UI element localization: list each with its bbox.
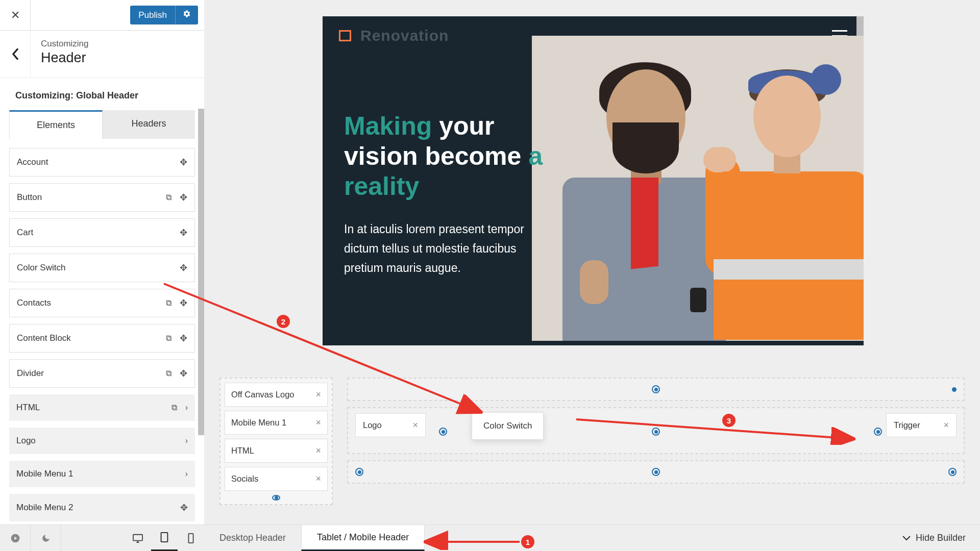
- row-col-dot[interactable]: [874, 428, 882, 436]
- element-label: Button: [17, 192, 42, 203]
- element-label: Mobile Menu 1: [16, 469, 74, 479]
- preview-hero-image: [532, 36, 864, 341]
- annotation-badge-1: 1: [521, 535, 534, 548]
- row-col-dot[interactable]: [355, 468, 363, 476]
- header-suptitle: Customizing: [41, 39, 89, 49]
- element-label: HTML: [16, 403, 40, 413]
- move-icon[interactable]: ✥: [180, 157, 187, 168]
- element-label: Cart: [17, 228, 33, 238]
- row-settings-dot[interactable]: [652, 385, 660, 393]
- svg-rect-2: [161, 533, 168, 542]
- annotation-badge-2: 2: [277, 315, 290, 328]
- tab-tablet-mobile-header[interactable]: Tablet / Mobile Header: [301, 525, 425, 551]
- sidebar-header: Customizing Header: [0, 31, 204, 78]
- close-icon[interactable]: ×: [943, 420, 949, 431]
- headline-part: become: [425, 142, 521, 170]
- tab-headers[interactable]: Headers: [103, 110, 195, 139]
- chip-trigger[interactable]: Trigger×: [886, 413, 957, 437]
- annotation-arrow-2: [160, 280, 492, 428]
- annotation-arrow-3: [573, 414, 859, 445]
- element-color-switch[interactable]: Color Switch✥: [9, 254, 195, 282]
- row-col-dot[interactable]: [439, 428, 447, 436]
- preview-brand: Renovation: [360, 27, 449, 44]
- element-label: Content Block: [17, 333, 71, 343]
- chevron-down-icon: [902, 536, 911, 541]
- chevron-right-icon: ›: [185, 469, 188, 479]
- close-icon[interactable]: ×: [315, 445, 321, 456]
- back-button[interactable]: [0, 31, 31, 78]
- element-cart[interactable]: Cart✥: [9, 218, 195, 247]
- preview-logo-icon: [339, 30, 351, 41]
- element-account[interactable]: Account✥: [9, 148, 195, 177]
- preview-headline: Making your vision become a reality: [344, 111, 558, 202]
- element-label: Divider: [17, 368, 44, 379]
- svg-rect-1: [133, 534, 142, 540]
- element-label: Account: [17, 157, 48, 167]
- hide-builder-button[interactable]: Hide Builder: [888, 533, 980, 543]
- close-icon[interactable]: ×: [315, 473, 321, 484]
- element-label: Logo: [16, 436, 36, 446]
- device-desktop-icon[interactable]: [125, 525, 151, 551]
- chip-label: Trigger: [894, 420, 920, 430]
- close-customizer-button[interactable]: ✕: [0, 0, 31, 31]
- annotation-badge-3: 3: [722, 414, 736, 427]
- device-mobile-icon[interactable]: [178, 525, 204, 551]
- svg-line-5: [576, 419, 851, 439]
- copy-icon[interactable]: ⧉: [166, 193, 172, 202]
- sidebar-topbar: ✕ Publish: [0, 0, 204, 31]
- section-subtitle: Customizing: Global Header: [9, 78, 195, 110]
- sidebar-footer: [0, 524, 204, 551]
- illustration-woman: [710, 55, 864, 341]
- row-bottom[interactable]: [347, 460, 965, 484]
- row-right-dot[interactable]: [952, 387, 957, 392]
- element-mobile-menu-1[interactable]: Mobile Menu 1›: [9, 461, 195, 487]
- preview-paragraph: In at iaculis lorem praesent tempor dict…: [344, 220, 558, 278]
- tab-desktop-header[interactable]: Desktop Header: [204, 525, 301, 551]
- element-button[interactable]: Button⧉✥: [9, 183, 195, 212]
- hide-builder-label: Hide Builder: [916, 533, 966, 543]
- header-title: Header: [41, 50, 89, 66]
- builder-bottom-tabs: Desktop Header Tablet / Mobile Header Hi…: [204, 524, 980, 551]
- element-label: Contacts: [17, 298, 51, 308]
- chip-socials[interactable]: Socials×: [225, 467, 328, 491]
- publish-button[interactable]: Publish: [130, 6, 198, 24]
- preview-scrollbar[interactable]: [856, 16, 864, 38]
- builder-area: Renovation M: [204, 0, 980, 551]
- move-icon[interactable]: ✥: [180, 502, 188, 513]
- move-icon[interactable]: ✥: [180, 262, 187, 273]
- move-icon[interactable]: ✥: [180, 227, 187, 238]
- element-mobile-menu-2[interactable]: Mobile Menu 2✥: [9, 494, 195, 521]
- trigger-slot: Trigger×: [886, 413, 957, 437]
- chip-label: Socials: [231, 474, 258, 484]
- row-settings-dot[interactable]: [652, 468, 660, 476]
- device-tablet-icon[interactable]: [151, 525, 178, 551]
- row-col-dot[interactable]: [948, 468, 957, 476]
- tab-elements[interactable]: Elements: [9, 110, 103, 139]
- header-text: Customizing Header: [31, 31, 99, 78]
- element-label: Color Switch: [17, 263, 65, 273]
- element-label: Mobile Menu 2: [16, 503, 74, 513]
- dark-mode-icon[interactable]: [31, 525, 61, 551]
- chip-html[interactable]: HTML×: [225, 439, 328, 463]
- chip-label: HTML: [231, 446, 254, 456]
- row-settings-dot[interactable]: [272, 495, 280, 500]
- annotation-arrow-1: [423, 528, 525, 550]
- publish-label: Publish: [130, 6, 175, 24]
- svg-rect-3: [188, 533, 193, 542]
- move-icon[interactable]: ✥: [180, 192, 187, 203]
- toggle-panel-icon[interactable]: [0, 525, 31, 551]
- element-logo[interactable]: Logo›: [9, 428, 195, 454]
- svg-line-4: [164, 284, 479, 411]
- customizer-sidebar: ✕ Publish Customizing Header Customizing…: [0, 0, 204, 525]
- illustration-man: [559, 65, 728, 341]
- preview-hero-text: Making your vision become a reality In a…: [344, 111, 558, 278]
- sidebar-tabs: Elements Headers: [9, 110, 195, 139]
- chevron-right-icon: ›: [185, 436, 188, 445]
- gear-icon[interactable]: [175, 6, 198, 24]
- headline-part: Making: [344, 112, 432, 140]
